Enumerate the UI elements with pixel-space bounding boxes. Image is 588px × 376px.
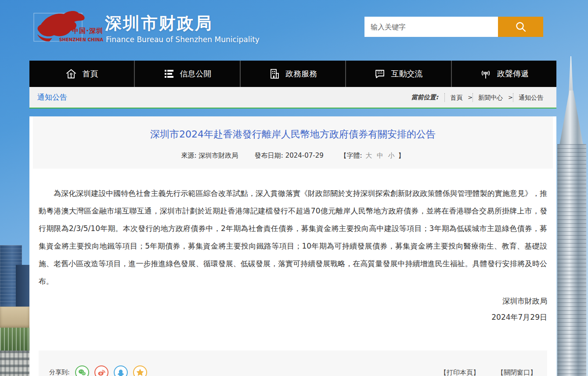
nav-label: 互動交流: [391, 69, 422, 79]
source-value: 深圳市財政局: [198, 152, 238, 159]
font-size-medium-button[interactable]: 中: [375, 152, 385, 159]
nav-item-interaction[interactable]: 互動交流: [346, 61, 451, 87]
broadcast-icon: [480, 68, 492, 80]
share-label: 分享到:: [49, 369, 70, 376]
current-location-label: 當前位置:: [411, 94, 439, 101]
article-signature: 深圳市財政局: [39, 296, 547, 306]
article-meta: 來源: 深圳市財政局 發布日期: 2024-07-29 【字體: 大 中 小 】: [46, 152, 540, 160]
qq-share-button[interactable]: [114, 365, 128, 376]
nav-item-info-disclosure[interactable]: 信息公開: [135, 61, 240, 87]
article-title: 深圳市2024年赴香港發行離岸人民幣地方政府債券有關安排的公告: [46, 128, 540, 141]
font-size-open: 【字體:: [340, 152, 362, 159]
weibo-share-button[interactable]: [94, 365, 108, 376]
publish-date-label: 發布日期:: [255, 152, 283, 159]
article-body: 為深化深圳建設中國特色社會主義先行示範區綜合改革試點，深入貫徹落實《財政部關於支…: [39, 184, 547, 290]
qzone-share-button[interactable]: [133, 365, 147, 376]
nav-item-policy-voice[interactable]: 政聲傳遞: [452, 61, 556, 87]
breadcrumb-link-news-center[interactable]: 新聞中心: [473, 93, 508, 102]
search-icon: [515, 21, 527, 33]
site-header: 中国·深圳 SHENZHEN CHINA 深圳市财政局 Finance Bure…: [29, 0, 556, 61]
building-icon: [269, 68, 280, 80]
nav-label: 信息公開: [180, 69, 212, 79]
search-bar: [364, 17, 543, 37]
nav-label: 政務服務: [285, 69, 317, 79]
nav-label: 首頁: [82, 69, 98, 79]
nav-item-gov-services[interactable]: 政務服務: [241, 61, 346, 87]
page: 中国·深圳 SHENZHEN CHINA 深圳市财政局 Finance Bure…: [0, 0, 588, 376]
shenzhen-logo[interactable]: 中国·深圳 SHENZHEN CHINA: [33, 7, 104, 45]
qzone-star-icon: [136, 368, 144, 376]
nav-item-home[interactable]: 首頁: [29, 61, 135, 87]
font-size-close: 】: [398, 152, 405, 159]
section-title-link[interactable]: 通知公告: [37, 92, 67, 102]
site-subtitle: Finance Bureau of Shenzhen Municipality: [106, 35, 260, 44]
list-icon: [163, 68, 175, 80]
search-button[interactable]: [498, 17, 543, 37]
article-header: 深圳市2024年赴香港發行離岸人民幣地方政府債券有關安排的公告 來源: 深圳市財…: [33, 116, 553, 169]
print-page-button[interactable]: 【打印本頁】: [440, 369, 480, 376]
share-row: 分享到:: [49, 365, 147, 376]
main-nav: 首頁 信息公開 政務服務: [29, 61, 556, 87]
font-size-small-button[interactable]: 小: [387, 152, 396, 159]
search-input[interactable]: [364, 17, 498, 37]
breadcrumb-link-notices[interactable]: 通知公告: [513, 93, 548, 102]
breadcrumb: 當前位置: 首頁 > 新聞中心 > 通知公告: [411, 93, 548, 102]
breadcrumb-separator: >: [468, 94, 473, 101]
qq-icon: [116, 368, 125, 376]
chat-icon: [374, 68, 386, 80]
nav-label: 政聲傳遞: [497, 69, 529, 79]
background-skyline: [0, 241, 29, 376]
wechat-icon: [78, 368, 87, 376]
window-actions: 【打印本頁】 【關閉窗口】: [440, 369, 537, 376]
article-panel: 深圳市2024年赴香港發行離岸人民幣地方政府債券有關安排的公告 來源: 深圳市財…: [29, 116, 556, 376]
font-size-large-button[interactable]: 大: [364, 152, 373, 159]
wechat-share-button[interactable]: [75, 365, 89, 376]
breadcrumb-bar: 通知公告 當前位置: 首頁 > 新聞中心 > 通知公告: [29, 87, 556, 108]
home-icon: [65, 68, 77, 80]
site-title: 深圳市财政局: [105, 12, 213, 35]
weibo-icon: [97, 368, 106, 376]
breadcrumb-link-home[interactable]: 首頁: [444, 93, 468, 102]
background-skyscraper: [556, 56, 588, 376]
logo-text-cn: 中国·深圳: [72, 27, 103, 35]
main-column: 中国·深圳 SHENZHEN CHINA 深圳市财政局 Finance Bure…: [29, 0, 556, 376]
article-sign-date: 2024年7月29日: [39, 312, 547, 322]
breadcrumb-separator: >: [508, 94, 513, 101]
close-window-button[interactable]: 【關閉窗口】: [497, 369, 537, 376]
logo-text-en: SHENZHEN CHINA: [59, 37, 103, 42]
article-footer-bar: 分享到:: [39, 351, 547, 376]
source-label: 來源:: [181, 152, 196, 159]
publish-date-value: 2024-07-29: [285, 152, 324, 159]
